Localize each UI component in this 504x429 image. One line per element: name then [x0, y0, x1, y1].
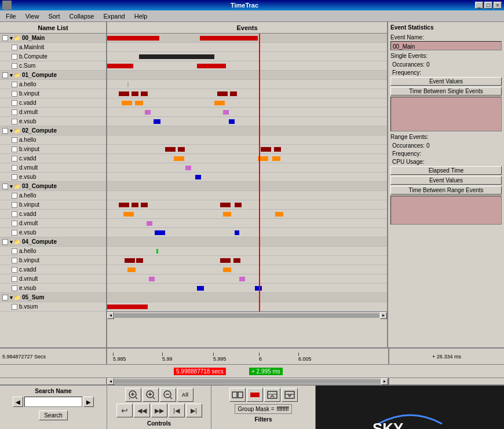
- menu-help[interactable]: Help: [131, 12, 151, 21]
- name-row-b_vinput4[interactable]: b.vinput: [0, 256, 106, 265]
- name-row-b_vsum[interactable]: b.vsum: [0, 302, 106, 311]
- event-row-b_vinput4[interactable]: [107, 256, 387, 265]
- checkbox-c_vadd2[interactable]: [12, 156, 17, 162]
- event-row-e_vsub3[interactable]: [107, 228, 387, 237]
- event-row-g2[interactable]: [107, 126, 387, 135]
- event-row-b_vinput3[interactable]: [107, 200, 387, 210]
- event-row-a_hello1[interactable]: [107, 80, 387, 89]
- checkbox-d_vmult2[interactable]: [12, 165, 17, 171]
- checkbox-b_vinput4[interactable]: [12, 258, 17, 263]
- name-row-a_hello3[interactable]: a.hello: [0, 191, 106, 200]
- event-row-g3[interactable]: [107, 182, 387, 191]
- name-row-c_vadd3[interactable]: c.vadd: [0, 210, 106, 219]
- scroll-back-btn[interactable]: ↩: [116, 404, 133, 417]
- checkbox-c_vadd4[interactable]: [12, 267, 17, 273]
- event-row-b_vinput2[interactable]: [107, 145, 387, 154]
- scroll-left-btn[interactable]: ◂: [107, 312, 114, 319]
- main-scroll-left[interactable]: ◂: [107, 378, 114, 385]
- event-row-g4[interactable]: [107, 237, 387, 247]
- main-scroll-track[interactable]: [115, 379, 381, 384]
- name-row-e_vsub1[interactable]: e.vsub: [0, 117, 106, 126]
- expand-icon-g5[interactable]: ▾: [10, 295, 13, 300]
- expand-icon-g1[interactable]: ▾: [10, 72, 13, 78]
- search-button[interactable]: Search: [39, 410, 68, 420]
- time-between-single-btn[interactable]: Time Between Single Events: [390, 87, 502, 96]
- event-row-d_vmult4[interactable]: [107, 274, 387, 284]
- event-row-e_vsub4[interactable]: [107, 284, 387, 293]
- event-values-btn[interactable]: Event Values: [390, 77, 502, 86]
- close-btn[interactable]: ×: [494, 2, 502, 9]
- event-row-d_vmult2[interactable]: [107, 163, 387, 173]
- filter-load-btn[interactable]: [282, 388, 298, 402]
- menu-view[interactable]: View: [22, 12, 43, 21]
- maximize-btn[interactable]: □: [484, 2, 492, 9]
- event-row-e_vsub2[interactable]: [107, 173, 387, 182]
- checkbox-a_main[interactable]: [12, 45, 17, 50]
- main-scroll-right[interactable]: ▸: [381, 378, 388, 385]
- name-row-g3[interactable]: ▾📁03_Compute: [0, 182, 106, 191]
- menu-expand[interactable]: Expand: [100, 12, 128, 21]
- name-row-g5[interactable]: ▾📁05_Sum: [0, 293, 106, 302]
- fit-all-btn[interactable]: All: [177, 388, 193, 402]
- name-row-a_hello4[interactable]: a.hello: [0, 247, 106, 256]
- event-row-c_vadd4[interactable]: [107, 265, 387, 274]
- name-row-d_vmult1[interactable]: d.vmult: [0, 108, 106, 117]
- name-row-b_vinput2[interactable]: b.vinput: [0, 145, 106, 154]
- event-row-e_vsub1[interactable]: [107, 117, 387, 126]
- checkbox-d_vmult1[interactable]: [12, 109, 17, 115]
- event-row-a_hello3[interactable]: [107, 191, 387, 200]
- checkbox-a_hello3[interactable]: [12, 193, 17, 199]
- skip-end-btn[interactable]: ▶|: [186, 404, 202, 417]
- expand-icon-g0[interactable]: ▾: [10, 35, 13, 41]
- name-row-d_vmult4[interactable]: d.vmult: [0, 274, 106, 284]
- checkbox-g3[interactable]: [2, 184, 8, 189]
- name-row-e_vsub3[interactable]: e.vsub: [0, 228, 106, 237]
- checkbox-c_sum[interactable]: [12, 63, 17, 69]
- event-row-c_vadd2[interactable]: [107, 154, 387, 163]
- minimize-btn[interactable]: _: [475, 2, 483, 9]
- checkbox-c_vadd1[interactable]: [12, 100, 17, 106]
- checkbox-c_vadd3[interactable]: [12, 211, 17, 217]
- event-row-a_main[interactable]: [107, 43, 387, 52]
- name-row-g4[interactable]: ▾📁04_Compute: [0, 237, 106, 247]
- name-row-e_vsub4[interactable]: e.vsub: [0, 284, 106, 293]
- menu-collapse[interactable]: Collapse: [66, 12, 98, 21]
- event-row-d_vmult3[interactable]: [107, 219, 387, 228]
- filter-range-btn[interactable]: [229, 388, 246, 402]
- events-hscrollbar[interactable]: ◂ ▸: [107, 311, 387, 318]
- checkbox-b_vinput2[interactable]: [12, 146, 17, 152]
- event-row-g1[interactable]: [107, 71, 387, 80]
- checkbox-d_vmult3[interactable]: [12, 221, 17, 226]
- event-row-g5[interactable]: [107, 293, 387, 302]
- checkbox-b_vinput1[interactable]: [12, 91, 17, 97]
- elapsed-time-btn[interactable]: Elapsed Time: [390, 166, 502, 175]
- name-row-c_vadd2[interactable]: c.vadd: [0, 154, 106, 163]
- checkbox-b_vinput3[interactable]: [12, 202, 17, 208]
- checkbox-e_vsub4[interactable]: [12, 285, 17, 291]
- filter-save-btn[interactable]: [264, 388, 280, 402]
- event-row-c_vadd3[interactable]: [107, 210, 387, 219]
- name-row-b_vinput3[interactable]: b.vinput: [0, 200, 106, 210]
- name-row-e_vsub2[interactable]: e.vsub: [0, 173, 106, 182]
- menu-file[interactable]: File: [2, 12, 20, 21]
- checkbox-g1[interactable]: [2, 72, 8, 78]
- name-row-c_vadd4[interactable]: c.vadd: [0, 265, 106, 274]
- checkbox-g0[interactable]: [2, 35, 8, 41]
- scroll-track[interactable]: [115, 313, 379, 318]
- name-row-b_compute[interactable]: b.Compute: [0, 52, 106, 61]
- name-row-d_vmult2[interactable]: d.vmult: [0, 163, 106, 173]
- zoom-in-time-btn[interactable]: +: [125, 388, 141, 402]
- name-row-a_hello1[interactable]: a.hello: [0, 80, 106, 89]
- expand-icon-g2[interactable]: ▾: [10, 128, 13, 134]
- skip-start-btn[interactable]: |◀: [169, 404, 185, 417]
- zoom-in-btn[interactable]: +: [143, 388, 159, 402]
- menu-sort[interactable]: Sort: [45, 12, 63, 21]
- checkbox-e_vsub2[interactable]: [12, 174, 17, 180]
- name-row-a_hello2[interactable]: a.hello: [0, 135, 106, 145]
- name-row-g0[interactable]: ▾📁00_Main: [0, 34, 106, 43]
- event-row-c_sum[interactable]: [107, 61, 387, 71]
- expand-icon-g3[interactable]: ▾: [10, 184, 13, 189]
- event-row-b_compute[interactable]: [107, 52, 387, 61]
- checkbox-a_hello4[interactable]: [12, 248, 17, 254]
- search-prev-btn[interactable]: ◀: [13, 397, 23, 407]
